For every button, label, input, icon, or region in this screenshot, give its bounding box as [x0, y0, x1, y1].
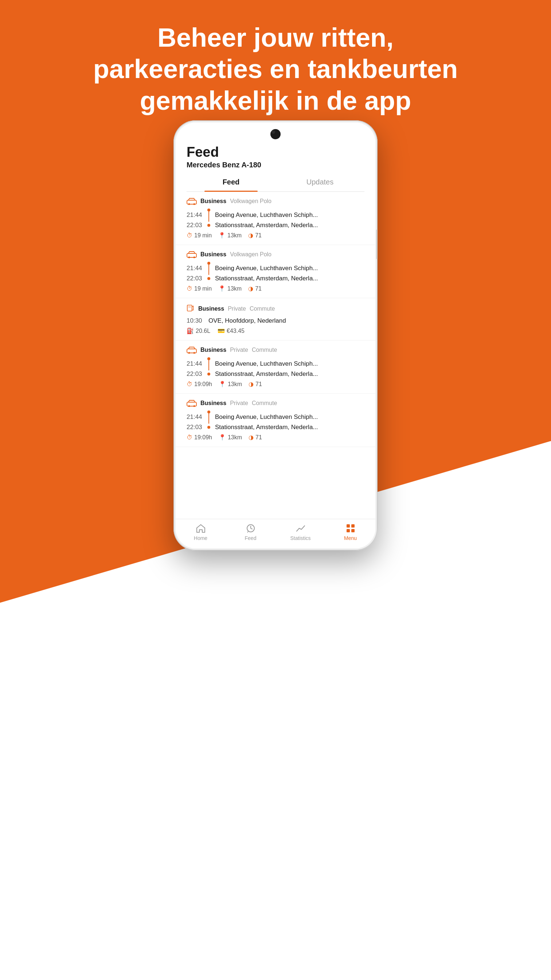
- distance-stat-1: 📍 13km: [218, 232, 241, 239]
- tag-commute-5: Commute: [252, 400, 277, 407]
- fuel-pump-icon: ⛽: [187, 328, 194, 334]
- tag-business-1: Business: [200, 198, 226, 205]
- address-start-1: Boeing Avenue, Luchthaven Schiph...: [215, 212, 364, 219]
- phone-mockup: Feed Mercedes Benz A-180 Feed Updates: [173, 120, 378, 550]
- score-icon-1: ◑: [248, 232, 253, 239]
- tab-feed[interactable]: Feed: [187, 173, 275, 191]
- tag-private-3: Private: [228, 305, 246, 312]
- route-line-end-1: [205, 224, 212, 227]
- score-stat-1: ◑ 71: [248, 232, 262, 239]
- svg-point-1: [188, 204, 190, 205]
- nav-home[interactable]: Home: [176, 523, 225, 541]
- nav-menu[interactable]: Menu: [326, 523, 375, 541]
- feed-item-1[interactable]: Business Volkwagen Polo 21:44 Boeing Ave…: [176, 192, 375, 245]
- feed-item-1-header: Business Volkwagen Polo: [187, 197, 364, 205]
- route-bottom-1: 22:03 Stationsstraat, Amsterdam, Nederla…: [187, 222, 364, 229]
- phone-camera: [270, 129, 281, 139]
- line-1: [208, 212, 209, 222]
- svg-rect-6: [187, 305, 192, 311]
- svg-rect-7: [188, 306, 191, 308]
- fuel-liters: 20.6L: [196, 328, 210, 334]
- tag-private-5: Private: [230, 400, 248, 407]
- duration-value-1: 19 min: [194, 232, 212, 239]
- nav-menu-label: Menu: [344, 535, 357, 541]
- home-icon: [195, 523, 206, 534]
- distance-value-1: 13km: [227, 232, 241, 239]
- tagline-line1: Beheer jouw ritten,: [157, 23, 394, 52]
- nav-statistics[interactable]: Statistics: [275, 523, 326, 541]
- fuel-cost: €43.45: [227, 328, 245, 334]
- svg-rect-3: [187, 253, 197, 258]
- route-pair-1: 21:44 Boeing Avenue, Luchthaven Schiph..…: [187, 208, 364, 229]
- svg-rect-17: [346, 529, 350, 532]
- address-start-2: Boeing Avenue, Luchthaven Schiph...: [215, 265, 364, 272]
- svg-point-13: [194, 406, 195, 407]
- feed-item-5[interactable]: Business Private Commute 21:44 Boeing Av…: [176, 394, 375, 447]
- tab-updates[interactable]: Updates: [275, 173, 364, 191]
- svg-rect-11: [187, 402, 197, 406]
- svg-rect-0: [187, 200, 197, 204]
- tag-business-5: Business: [200, 400, 226, 407]
- location-icon-1: 📍: [218, 232, 225, 239]
- fuel-card-icon: 💳: [218, 328, 225, 334]
- chart-icon: [295, 523, 306, 534]
- svg-point-12: [188, 406, 190, 407]
- svg-point-2: [194, 204, 195, 205]
- car-icon-1: [187, 197, 197, 205]
- dot-end-1: [207, 224, 210, 227]
- svg-rect-18: [351, 529, 354, 532]
- fuel-time-3: 10:30: [187, 317, 205, 325]
- score-value-1: 71: [255, 232, 262, 239]
- car-icon-2: [187, 251, 197, 258]
- route-top-1: 21:44 Boeing Avenue, Luchthaven Schiph..…: [187, 208, 364, 222]
- phone-side-button: [376, 230, 378, 259]
- svg-point-4: [188, 257, 190, 258]
- tag-car-1: Volkwagen Polo: [230, 198, 272, 205]
- feed-item-2-header: Business Volkwagen Polo: [187, 251, 364, 258]
- grid-icon: [345, 523, 356, 534]
- svg-point-10: [194, 352, 195, 354]
- tagline-line2: parkeeracties en tankbeurten: [93, 54, 458, 83]
- svg-point-5: [194, 257, 195, 258]
- svg-rect-8: [187, 349, 197, 353]
- nav-feed[interactable]: Feed: [225, 523, 275, 541]
- clock-icon: [245, 523, 256, 534]
- feed-list: Business Volkwagen Polo 21:44 Boeing Ave…: [176, 192, 375, 519]
- nav-home-label: Home: [194, 535, 207, 541]
- feed-item-5-header: Business Private Commute: [187, 399, 364, 407]
- svg-rect-16: [351, 524, 354, 528]
- tabs-container: Feed Updates: [187, 173, 364, 192]
- app-subtitle: Mercedes Benz A-180: [187, 161, 364, 169]
- bottom-nav: Home Feed: [176, 519, 375, 548]
- duration-stat-1: ⏱ 19 min: [187, 232, 212, 239]
- svg-point-9: [188, 352, 190, 354]
- app-title: Feed: [187, 145, 364, 160]
- app-content: Feed Mercedes Benz A-180 Feed Updates: [176, 123, 375, 548]
- stats-row-1: ⏱ 19 min 📍 13km ◑ 71: [187, 232, 364, 239]
- address-end-1: Stationsstraat, Amsterdam, Nederla...: [215, 222, 364, 229]
- dot-start-1: [207, 208, 210, 212]
- address-end-2: Stationsstraat, Amsterdam, Nederla...: [215, 275, 364, 282]
- time-end-1: 22:03: [187, 222, 205, 229]
- route-line-1: [205, 208, 212, 222]
- stats-row-2: ⏱ 19 min 📍 13km ◑ 71: [187, 285, 364, 292]
- tag-business-2: Business: [200, 251, 226, 258]
- time-start-1: 21:44: [187, 212, 205, 219]
- nav-statistics-label: Statistics: [290, 535, 310, 541]
- tagline: Beheer jouw ritten, parkeeracties en tan…: [0, 22, 551, 116]
- feed-item-3-header: Business Private Commute: [187, 304, 364, 313]
- fuel-stats-3: ⛽ 20.6L 💳 €43.45: [187, 328, 364, 334]
- tag-car-2: Volkwagen Polo: [230, 251, 272, 258]
- fuel-address-3: OVE, Hoofddorp, Nederland: [208, 317, 286, 325]
- fuel-icon-3: [187, 304, 195, 313]
- feed-item-3[interactable]: Business Private Commute 10:30 OVE, Hoof…: [176, 298, 375, 340]
- tag-business-3: Business: [198, 305, 224, 312]
- route-pair-2: 21:44 Boeing Avenue, Luchthaven Schiph..…: [187, 262, 364, 282]
- feed-item-4[interactable]: Business Private Commute 21:44 Boeing Av…: [176, 340, 375, 394]
- tag-commute-4: Commute: [252, 347, 277, 353]
- tag-private-4: Private: [230, 347, 248, 353]
- feed-item-2[interactable]: Business Volkwagen Polo 21:44 Boeing Ave…: [176, 245, 375, 298]
- tag-commute-3: Commute: [249, 305, 275, 312]
- clock-icon-1: ⏱: [187, 232, 192, 239]
- time-start-2: 21:44: [187, 265, 205, 272]
